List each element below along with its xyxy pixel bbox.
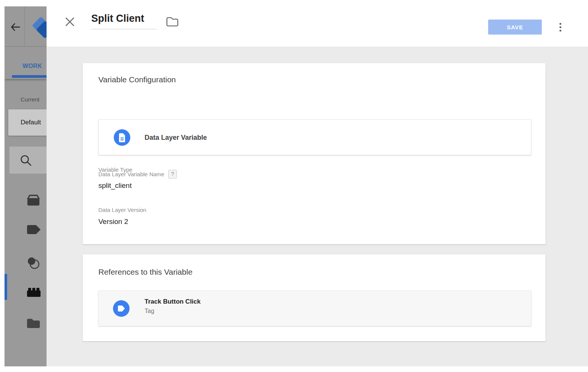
variable-type-row[interactable]: Data Layer Variable bbox=[98, 119, 531, 155]
reference-texts: Track Button Click Tag bbox=[145, 298, 201, 315]
variable-name-field[interactable]: Split Client bbox=[91, 13, 157, 29]
variable-type-value: Data Layer Variable bbox=[145, 133, 207, 141]
references-card-title: References to this Variable bbox=[98, 268, 193, 277]
variables-icon bbox=[26, 287, 41, 298]
page-title: Split Client bbox=[91, 13, 157, 24]
dimmed-workspace-backdrop: WORK Current Default bbox=[5, 6, 47, 366]
close-button[interactable] bbox=[64, 16, 76, 28]
save-button[interactable]: SAVE bbox=[488, 20, 542, 35]
variable-editor-panel: Split Client SAVE Variable Configuration… bbox=[47, 0, 588, 366]
references-card: References to this Variable Track Button… bbox=[83, 254, 546, 341]
sidebar-item-overview[interactable] bbox=[26, 194, 41, 208]
dlv-name-value: split_client bbox=[98, 181, 132, 190]
reference-type: Tag bbox=[145, 308, 201, 315]
editor-header: Split Client SAVE bbox=[47, 0, 588, 47]
dlv-name-label: Data Layer Variable Name bbox=[98, 171, 164, 177]
tags-icon bbox=[26, 225, 41, 235]
triggers-icon bbox=[26, 256, 41, 270]
title-underline bbox=[91, 29, 157, 29]
more-vert-icon-dot bbox=[559, 26, 561, 28]
variable-configuration-card: Variable Configuration Variable Type Dat… bbox=[83, 63, 546, 244]
more-vert-icon bbox=[559, 23, 561, 25]
dlv-name-label-row: Data Layer Variable Name? bbox=[98, 170, 177, 178]
card-title: Variable Configuration bbox=[98, 75, 176, 84]
close-icon bbox=[64, 16, 76, 28]
folder-icon bbox=[166, 17, 179, 27]
data-layer-variable-icon bbox=[114, 129, 130, 146]
reference-row[interactable]: Track Button Click Tag bbox=[98, 290, 531, 326]
more-actions-button[interactable] bbox=[556, 20, 564, 35]
tag-icon bbox=[113, 300, 130, 317]
dlv-version-label: Data Layer Version bbox=[98, 207, 146, 213]
folders-icon bbox=[26, 318, 41, 329]
active-nav-indicator bbox=[5, 274, 7, 300]
document-icon bbox=[118, 133, 126, 142]
sidebar-item-triggers[interactable] bbox=[26, 256, 41, 269]
editor-body: Variable Configuration Variable Type Dat… bbox=[47, 47, 588, 366]
dlv-version-value: Version 2 bbox=[98, 218, 128, 226]
gtm-variable-editor-screen: WORK Current Default bbox=[0, 0, 588, 372]
sidebar-item-tags[interactable] bbox=[26, 225, 41, 238]
sidebar-item-folders[interactable] bbox=[26, 318, 41, 331]
sidebar-nav bbox=[5, 6, 47, 366]
sidebar-item-variables[interactable] bbox=[26, 287, 41, 301]
overview-icon bbox=[26, 194, 41, 207]
help-badge[interactable]: ? bbox=[168, 170, 177, 178]
tag-glyph-icon bbox=[117, 305, 125, 312]
move-to-folder-button[interactable] bbox=[166, 17, 179, 27]
reference-name: Track Button Click bbox=[145, 298, 201, 305]
more-vert-icon-dot bbox=[559, 30, 561, 32]
